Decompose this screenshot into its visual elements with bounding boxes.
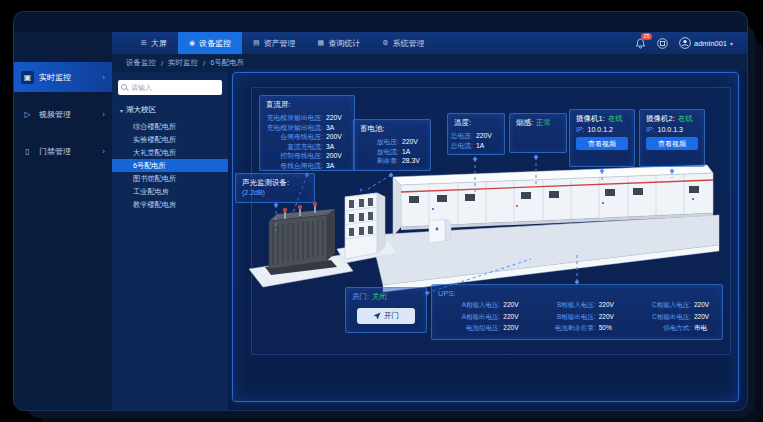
metric-label: 放电流: [377, 147, 399, 157]
status-badge: 在线 [608, 114, 623, 124]
tree-item-substation[interactable]: 大礼堂配电所 [112, 146, 228, 159]
open-door-label: 开门 [384, 311, 399, 321]
metric-label: 母线合闸电流: [280, 161, 323, 171]
metric-label: C相输入电压: [652, 301, 691, 310]
sidebar-item-realtime-monitor[interactable]: ▣ 实时监控 › [14, 62, 112, 92]
sidebar-item-label: 视频管理 [39, 109, 71, 120]
nav-tab-label: 查询统计 [328, 38, 360, 49]
tree-collapse-icon: ▾ [120, 107, 123, 114]
metric-label: 控制母线电压: [280, 151, 323, 161]
user-menu[interactable]: admin001 ▾ [679, 37, 733, 49]
metric-value: 3A [326, 142, 348, 152]
breadcrumb-item[interactable]: 实时监控 [168, 58, 198, 68]
alarm-value: (2.2dB) [242, 189, 308, 196]
nav-tab-statistics[interactable]: ▦ 查询统计 [307, 32, 372, 54]
chevron-right-icon: › [102, 147, 105, 156]
card-sound-light-alarm: 声光监测设备: (2.2dB) [235, 173, 315, 203]
ip-label: IP: [576, 126, 585, 133]
metric-value: 200V [326, 151, 348, 161]
asset-icon: ▤ [253, 39, 260, 47]
sidebar-item-access-control[interactable]: ▯ 门禁管理 › [14, 136, 112, 166]
tree-item-substation-active[interactable]: 6号配电所 [112, 159, 228, 172]
monitor-icon: ◉ [189, 39, 195, 47]
nav-tab-dashboard[interactable]: ⊞ 大屏 [130, 32, 178, 54]
tree-root-label: 湖大校区 [126, 105, 156, 115]
substation-panel: 直流屏: 充电模块输出电压:220V 充电模块输出电流:3A 合闸母线电压:20… [232, 72, 739, 402]
logo-zone [14, 32, 112, 54]
nav-tab-label: 资产管理 [264, 38, 296, 49]
metric-label: A相输入电压: [462, 301, 501, 310]
metric-label: 充电模块输出电流: [267, 123, 323, 133]
metric-label: 合闸母线电压: [280, 132, 323, 142]
view-video-button[interactable]: 查看视频 [646, 137, 698, 150]
notification-badge: 25 [641, 33, 652, 40]
nav-tab-assets[interactable]: ▤ 资产管理 [242, 32, 307, 54]
sidebar-item-label: 门禁管理 [39, 146, 71, 157]
chevron-right-icon: › [102, 73, 105, 82]
metric-label: 总电压: [451, 131, 473, 141]
chevron-down-icon: ▾ [730, 40, 733, 47]
card-door: 房门: 关闭 开门 [345, 287, 427, 333]
card-title: 直流屏: [266, 100, 348, 110]
tree-item-substation[interactable]: 图书馆配电所 [112, 172, 228, 185]
breadcrumb-item[interactable]: 设备监控 [126, 58, 156, 68]
tree-item-substation[interactable]: 工业配电房 [112, 185, 228, 198]
main-content: 直流屏: 充电模块输出电压:220V 充电模块输出电流:3A 合闸母线电压:20… [228, 72, 747, 410]
fullscreen-icon[interactable] [657, 38, 668, 49]
sidebar-item-label: 实时监控 [39, 72, 71, 83]
metric-value: 220V [694, 313, 716, 322]
scene-battery-rack [345, 189, 385, 259]
nav-tab-label: 设备监控 [199, 38, 231, 49]
card-ups: UPS: A相输入电压:220V B相输入电压:220V C相输入电压:220V… [431, 284, 723, 340]
metric-value: 220V [694, 301, 716, 310]
chevron-right-icon: › [102, 110, 105, 119]
card-title: 摄像机2: [646, 114, 675, 124]
metric-value: 220V [476, 131, 498, 141]
status-badge: 在线 [678, 114, 693, 124]
card-temperature: 温度: 总电压:220V 总电流:1A [447, 113, 505, 155]
tree-item-substation[interactable]: 实验楼配电所 [112, 133, 228, 146]
metric-value: 28.3V [402, 156, 424, 166]
metric-label: B相输入电压: [557, 301, 596, 310]
nav-tab-device-monitor[interactable]: ◉ 设备监控 [178, 32, 242, 54]
card-title: 摄像机1: [576, 114, 605, 124]
search-input[interactable] [129, 83, 220, 92]
tree-item-substation[interactable]: 综合楼配电所 [112, 120, 228, 133]
metric-value: 220V [503, 313, 525, 322]
status-badge: 正常 [536, 118, 551, 128]
window-top-strip [14, 12, 747, 32]
metric-value: 220V [599, 313, 621, 322]
metric-value: 50% [599, 324, 621, 333]
screen-icon: ⊞ [141, 39, 147, 47]
top-navbar: ⊞ 大屏 ◉ 设备监控 ▤ 资产管理 ▦ 查询统计 ⚙ 系统管理 25 [112, 32, 747, 54]
metric-value: 1A [476, 141, 498, 151]
metric-value: 市电 [694, 324, 716, 333]
left-sidebar: ▣ 实时监控 › ▷ 视频管理 › ▯ 门禁管理 › [14, 54, 112, 410]
metric-value: 220V [402, 137, 424, 147]
card-dc-panel: 直流屏: 充电模块输出电压:220V 充电模块输出电流:3A 合闸母线电压:20… [259, 95, 355, 171]
metric-value: 220V [503, 324, 525, 333]
metric-label: 直流充电流: [287, 142, 323, 152]
card-camera-2: 摄像机2: 在线 IP: 10.0.1.3 查看视频 [639, 109, 705, 167]
card-title: 温度: [454, 118, 498, 128]
breadcrumb-separator: / [161, 59, 163, 68]
view-video-button[interactable]: 查看视频 [576, 137, 628, 150]
metric-label: B相输出电压: [557, 313, 596, 322]
nav-tab-system[interactable]: ⚙ 系统管理 [371, 32, 435, 54]
tree-item-substation[interactable]: 教学楼配电房 [112, 198, 228, 211]
sidebar-item-video-management[interactable]: ▷ 视频管理 › [14, 99, 112, 129]
search-icon [120, 83, 129, 92]
card-title: UPS: [438, 289, 716, 298]
tree-search-box[interactable] [118, 80, 222, 95]
ip-value: 10.0.1.2 [588, 126, 613, 133]
notification-bell-icon[interactable]: 25 [635, 38, 646, 49]
metric-label: 剩余量: [377, 156, 399, 166]
ip-value: 10.0.1.3 [658, 126, 683, 133]
metric-value: 220V [599, 301, 621, 310]
metric-label: 电池剩余容量: [555, 324, 596, 333]
metric-value: 3A [326, 123, 348, 133]
status-badge: 关闭 [372, 292, 387, 302]
tree-root-node[interactable]: ▾ 湖大校区 [112, 105, 228, 120]
door-icon: ▯ [21, 145, 34, 158]
open-door-button[interactable]: 开门 [357, 308, 415, 324]
